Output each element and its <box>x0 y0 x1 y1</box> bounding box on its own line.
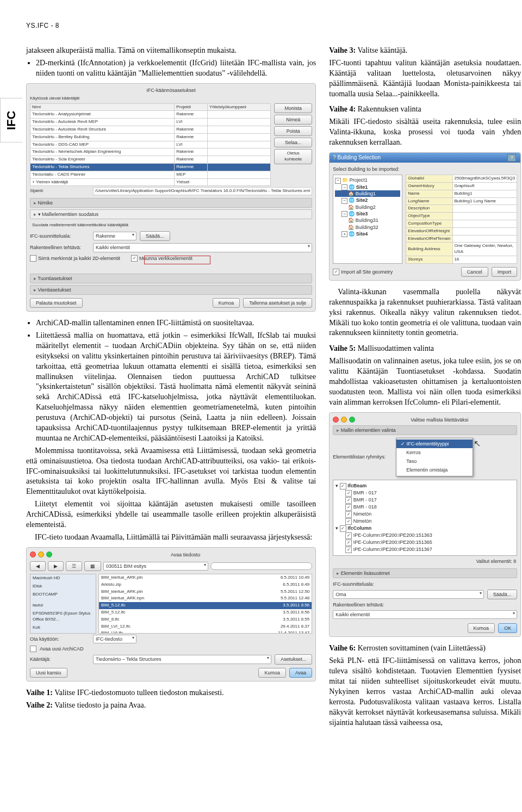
ota-dropdown[interactable]: IFC-tiedosto <box>93 635 136 643</box>
kumoa-button[interactable]: Kumoa <box>258 668 286 678</box>
menu-item-selected[interactable]: ✓ IFC-elementtityyppi <box>396 439 473 448</box>
rakenteellinen-dropdown[interactable]: Kaikki elementit <box>93 243 312 252</box>
tree-item[interactable]: ✓ IPE-Column:IPE200:IPE200:151367 <box>335 546 514 553</box>
help-icon[interactable]: ? <box>507 154 516 162</box>
tree-item[interactable]: ✓ IPE-Column:IPE200:IPE200:151365 <box>335 539 514 546</box>
maximize-icon[interactable] <box>46 551 52 557</box>
monista-button[interactable]: Monista <box>274 103 312 113</box>
selaa-button[interactable]: Selaa... <box>274 138 312 147</box>
tree-item[interactable]: ✓ IPE-Column:IPE200:IPE200:151363 <box>335 532 514 539</box>
tree-ifccolumn[interactable]: ▾ ✓ IfcColumn <box>335 525 514 532</box>
avaa-button[interactable]: Avaa <box>289 668 312 678</box>
tallenna-button[interactable]: Tallenna asetukset ja sulje <box>243 298 312 308</box>
nav-fwd-button[interactable]: ▶ <box>48 561 64 571</box>
search-input[interactable] <box>210 562 312 570</box>
file-row[interactable]: BIM_kiertue_ARK.pln6.5.2011 10.49 <box>99 574 312 581</box>
tree-building-selected[interactable]: Building1 <box>335 190 400 197</box>
close-icon[interactable] <box>333 417 339 423</box>
saada-button[interactable]: Säädä... <box>487 590 518 599</box>
table-row[interactable]: Tiedonsiirto - AnalyysiohjelmatRakenne <box>30 111 271 119</box>
ifc-suun-dropdown[interactable]: Oma <box>333 590 483 599</box>
folder-dropdown[interactable]: 030511 BIM esitys <box>103 562 208 571</box>
tree-item[interactable]: ✓ BMR - 017 <box>335 489 514 497</box>
tree-site[interactable]: −🌐 Site3 <box>335 210 400 218</box>
view-list-button[interactable]: ☰ <box>66 561 82 571</box>
import-button[interactable]: Import <box>492 267 518 277</box>
table-row[interactable]: + Yleinen kääntäjäYleiset <box>30 178 271 186</box>
asetukset-button[interactable]: Asetukset... <box>275 654 312 664</box>
sidebar-item[interactable]: EPSDN6523F0 (Epson Stylus Office BX52... <box>30 610 96 624</box>
col-projekti[interactable]: Projekti <box>175 103 208 111</box>
tree-item[interactable]: ✓ BMR - 018 <box>335 504 514 511</box>
table-row[interactable]: Tiedonsiirto - Nemetschek Allplan Engine… <box>30 148 271 156</box>
sidebar-item[interactable]: Mac - EK <box>30 632 96 634</box>
menu-item[interactable]: Elementin omistaja <box>396 466 473 474</box>
tree-site[interactable]: −🌐 Site2 <box>335 197 400 204</box>
file-row[interactable]: BIM_8.ifc3.5.2011 8.55 <box>99 616 312 623</box>
file-row[interactable]: Arkisto.zip6.5.2011 8.49 <box>99 581 312 588</box>
sidebar-item[interactable]: iDisk <box>30 582 96 591</box>
table-row[interactable]: Tiedonsiirto - Autodesk Revit StructureR… <box>30 126 271 134</box>
file-row[interactable]: BIM_5.12.ifc3.5.2011 8.56 <box>99 609 312 616</box>
tree-item[interactable]: ✓ Nimetön <box>335 518 514 525</box>
tree-project[interactable]: −📁 Project1 <box>335 177 400 184</box>
tree-item[interactable]: ✓ BMR - 017 <box>335 497 514 504</box>
poista-button[interactable]: Poista <box>274 126 312 136</box>
section-nimike[interactable]: Nimike <box>30 198 312 208</box>
section-mallin-elementtien[interactable]: Mallin elementtien valinta <box>333 425 517 435</box>
section-lisasuotimet[interactable]: Elementin lisäsuotimet <box>333 568 517 578</box>
sidebar-item[interactable]: iautoi <box>30 602 96 610</box>
avaa-uusi-checkbox[interactable] <box>30 646 36 652</box>
tree-building[interactable]: Building31 <box>335 217 400 224</box>
tree-building[interactable]: Building2 <box>335 204 400 210</box>
file-row[interactable]: BIM_LVI_12.ifc29.4.2011 8.37 <box>99 623 312 630</box>
tree-item[interactable]: ✓ Nimetön <box>335 511 514 518</box>
table-row[interactable]: Tiedonsiirto - Bentley BuildingRakenne <box>30 133 271 141</box>
file-row[interactable]: BIM_kiertue_ARK.bpn5.5.2011 12.48 <box>99 595 312 602</box>
saada-button[interactable]: Säädä... <box>140 231 170 241</box>
table-row[interactable]: Tiedonsiirto - Autodesk Revit MEPLVI <box>30 119 271 126</box>
oletus-button[interactable]: Oletus kohteelle <box>274 149 312 164</box>
close-icon[interactable] <box>30 551 36 557</box>
sidebar-item[interactable]: Macintosh HD <box>30 574 96 582</box>
import-all-checkbox[interactable]: ✓ <box>333 269 339 275</box>
sidebar-item[interactable]: BOOTCAMP <box>30 591 96 599</box>
table-row[interactable]: Tiedonsiirto - Tekla StructuresRakenne <box>30 163 271 171</box>
file-row[interactable]: BIM_kiertue_ARK.pln5.5.2011 12.50 <box>99 588 312 596</box>
table-row[interactable]: Tiedonsiirto - Scia EngineerRakenne <box>30 156 271 164</box>
col-kumppani[interactable]: Yhteistyökumppani <box>208 103 271 111</box>
file-row-selected[interactable]: BIM_5.12.ifc3.5.2011 8.56 <box>99 602 312 609</box>
kumoa-button[interactable]: Kumoa <box>468 623 495 633</box>
uusi-kansio-button[interactable]: Uusi kansio <box>30 668 67 678</box>
tree-ifcbeam[interactable]: ▾ ✓ IfcBeam <box>335 482 514 489</box>
nav-back-button[interactable]: ◀ <box>30 561 46 571</box>
siirra-checkbox[interactable] <box>30 255 36 262</box>
minimize-icon[interactable] <box>38 551 44 557</box>
minimize-icon[interactable] <box>341 417 347 423</box>
tree-building[interactable]: Building32 <box>335 224 400 231</box>
maximize-icon[interactable] <box>349 417 355 423</box>
section-vienti[interactable]: Vientiasetukset <box>30 285 312 295</box>
section-tuonti[interactable]: Tuontiasetukset <box>30 274 312 283</box>
kaantaja-dropdown[interactable]: Tiedonsiirto – Tekla Structures <box>93 655 271 664</box>
file-row[interactable]: BIM_LVI.ifc11.4.2011 13.47 <box>99 630 312 634</box>
cancel-button[interactable]: Cancel <box>461 267 488 277</box>
sidebar-item[interactable]: Koti <box>30 624 96 632</box>
section-mallielementtien-suodatus[interactable]: ▾ Mallielementtien suodatus <box>30 209 312 219</box>
ifc-suunnitteluala-dropdown[interactable]: Rakenne <box>93 232 136 240</box>
tree-site[interactable]: +🌐 Site4 <box>335 231 400 238</box>
palauta-button[interactable]: Palauta muutokset <box>30 298 83 308</box>
rak-dropdown[interactable]: Kaikki elementit <box>333 610 517 619</box>
menu-item[interactable]: Kerros <box>396 448 473 457</box>
menu-item[interactable]: Taso <box>396 457 473 466</box>
table-row[interactable]: Tiedonsiirto - DDS-CAD MEPLVI <box>30 141 271 148</box>
view-grid-button[interactable]: ▦ <box>84 561 101 571</box>
window-title: ? Building Selection <box>333 154 381 162</box>
kumoa-button[interactable]: Kumoa <box>213 298 240 308</box>
nimea-button[interactable]: Nimeä <box>274 115 312 125</box>
muunna-checkbox[interactable]: ✓ <box>131 255 138 262</box>
ok-button[interactable]: OK <box>498 623 517 633</box>
table-row[interactable]: Tiedontalto - CADS PlannerMEP <box>30 171 271 178</box>
col-nimi[interactable]: Nimi <box>30 103 175 111</box>
tree-site[interactable]: −🌐 Site1 <box>335 184 400 191</box>
